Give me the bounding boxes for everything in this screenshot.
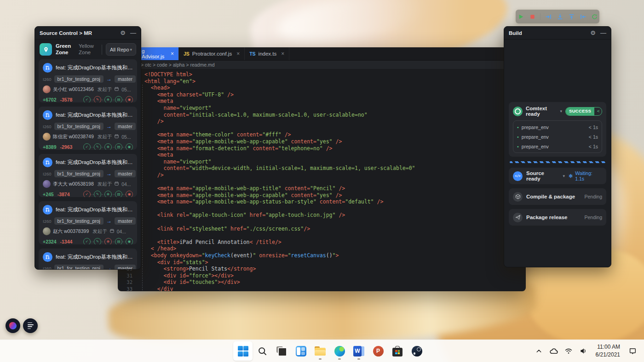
status-icon: ⊕ [104, 191, 112, 197]
microsoft-store-icon [392, 348, 402, 356]
status-icon: ✎ [94, 96, 101, 102]
word-button[interactable]: W [349, 341, 368, 361]
step-into-button[interactable] [545, 13, 552, 20]
repo-tab-yellow-zone[interactable]: Yellow Zone [79, 43, 98, 55]
search-button[interactable] [253, 341, 272, 361]
taskbar-center: W P [233, 340, 426, 362]
repo-filter-dropdown[interactable]: All Repo ▾ [106, 43, 136, 56]
tab-label: Protractor.conf.js [192, 51, 232, 57]
task-view-button[interactable] [272, 341, 291, 361]
edge-button[interactable] [330, 341, 349, 361]
tab-label: g Advisor.js [142, 48, 166, 59]
mr-date: 04... [121, 181, 131, 187]
subtask-name: prepare_env [522, 124, 549, 130]
wifi-icon[interactable] [563, 344, 575, 358]
code-line: 10 <meta name="theme-color" content="#ff… [118, 131, 526, 138]
target-branch-chip[interactable]: master [115, 75, 136, 83]
run-to-cursor-button[interactable] [579, 13, 586, 20]
stop-button[interactable] [529, 13, 536, 20]
pipeline-dashed-separator [510, 161, 605, 163]
running-indicator [357, 358, 360, 360]
chevron-down-icon[interactable]: ▾ [563, 174, 565, 178]
code-line: 13⊞ <meta [118, 152, 526, 158]
panel-header: Source Control > MR ⚙ — [35, 27, 141, 40]
step-over-down-button[interactable] [556, 13, 564, 20]
status-icon: ✓ [83, 238, 91, 244]
js-file-icon: JS [184, 51, 190, 57]
taskbar-clock[interactable]: 11:00 AM 6/21/2021 [596, 343, 620, 359]
gear-icon[interactable]: ⚙ [590, 29, 596, 36]
close-icon[interactable]: × [281, 51, 284, 57]
code-line: 25 [118, 232, 526, 239]
onedrive-cloud-icon[interactable] [548, 344, 560, 358]
mr-card[interactable]: feat: 完成DragDrop基本拖拽和排序功能...I260br1_for_… [39, 59, 137, 102]
gear-icon[interactable]: ⚙ [120, 29, 126, 36]
tab-label: index.ts [259, 51, 277, 57]
created-label: 发起于 [98, 86, 112, 93]
status-icon: ✎ [94, 238, 101, 244]
code-line: 8 /> [118, 118, 526, 125]
panel-header: Build ⚙ — [504, 27, 611, 40]
target-branch-chip[interactable]: master [115, 123, 136, 130]
volume-icon[interactable] [577, 344, 589, 358]
mr-card[interactable]: feat: 完成DragDrop基本拖拽和排序功能...I260br1_for_… [39, 107, 137, 150]
build-stage-source-ready[interactable]: </> Source ready ▾ ✻ Waiting: 1.1s [509, 168, 606, 184]
log-list-button[interactable] [23, 318, 38, 333]
source-branch-chip[interactable]: br1_for_testing_proj [54, 123, 104, 130]
fold-icon [132, 272, 144, 279]
repo-map-pin-icon [40, 43, 52, 56]
deletions-count: -3578 [60, 97, 73, 102]
step-out-up-button[interactable] [568, 13, 575, 20]
source-branch-chip[interactable]: br1_for_testing_proj [54, 265, 104, 270]
code-line: 9 [118, 125, 526, 132]
arrow-right-icon: → [106, 265, 112, 270]
code-line: 20 <meta name="apple-mobile-web-app-stat… [118, 198, 526, 205]
created-label: 发起于 [98, 181, 112, 187]
tab-protractor-conf-js[interactable]: JS Protractor.conf.js × [179, 47, 245, 60]
close-icon[interactable]: × [236, 51, 240, 57]
line-number: 32 [118, 279, 132, 286]
subtask-row[interactable]: •prepare_env< 1s [517, 141, 598, 151]
store-button[interactable] [388, 341, 407, 361]
minimize-icon[interactable]: — [130, 29, 136, 36]
tab-index-ts[interactable]: TS index.ts × [245, 47, 289, 60]
deletions-count: -2963 [60, 144, 73, 150]
notification-center-icon[interactable] [627, 344, 638, 358]
build-stage-context-ready[interactable]: Comtext ready ▾ SUCCESS < 1s •prepare_en… [509, 102, 606, 157]
repo-tab-green-zone[interactable]: Green Zone [56, 43, 75, 55]
tray-chevron-up-icon[interactable] [533, 344, 545, 358]
steam-button[interactable] [407, 341, 426, 361]
source-branch-chip[interactable]: br1_for_testing_proj [54, 75, 104, 83]
bullet-icon: • [517, 134, 519, 140]
mr-card[interactable]: feat: 完成DragDrop基本拖拽和排序功能...I260br1_for_… [39, 249, 137, 270]
subtask-duration: < 1s [589, 124, 598, 130]
arrow-right-icon: → [106, 123, 112, 130]
app-logo-button[interactable] [6, 318, 20, 333]
close-icon[interactable]: × [171, 51, 174, 57]
build-stage-package-release[interactable]: Package release Pending [509, 209, 606, 226]
target-branch-chip[interactable]: master [115, 217, 136, 225]
code-lines[interactable]: 1⊞<!DOCTYPE html>2⊞<html lang="en">3 <he… [118, 69, 526, 291]
build-stage-compile-package[interactable]: Compile & package Pending [509, 188, 606, 205]
mr-card[interactable]: feat: 完成DragDrop基本拖拽和排序功能...I260br1_for_… [39, 201, 137, 244]
subtask-row[interactable]: •prepare_env< 1s [517, 122, 598, 132]
mr-id: I260 [43, 219, 52, 224]
source-branch-chip[interactable]: br1_for_testing_proj [54, 217, 104, 225]
chevron-down-icon[interactable]: ▾ [560, 109, 563, 113]
minimize-icon[interactable]: — [600, 29, 606, 36]
rerun-button[interactable] [591, 13, 598, 20]
start-button[interactable] [233, 341, 253, 361]
author-name: 吴小红 w00123456 [53, 86, 94, 93]
target-branch-chip[interactable]: master [115, 170, 136, 177]
target-branch-chip[interactable]: master [115, 265, 136, 270]
subtask-list: •prepare_env< 1s•prepare_env< 1s•prepare… [513, 120, 602, 153]
breadcrumb[interactable]: > otc > code > alpha > readme.md [118, 61, 526, 69]
mr-card[interactable]: feat: 完成DragDrop基本拖拽和排序功能...I260br1_for_… [39, 154, 137, 197]
powerpoint-button[interactable]: P [368, 341, 388, 361]
avatar [43, 85, 51, 93]
source-branch-chip[interactable]: br1_for_testing_proj [54, 170, 104, 177]
file-explorer-button[interactable] [310, 341, 330, 361]
subtask-row[interactable]: •prepare_env< 1s [517, 132, 598, 141]
run-button[interactable] [517, 13, 524, 20]
widgets-button[interactable] [291, 341, 310, 361]
